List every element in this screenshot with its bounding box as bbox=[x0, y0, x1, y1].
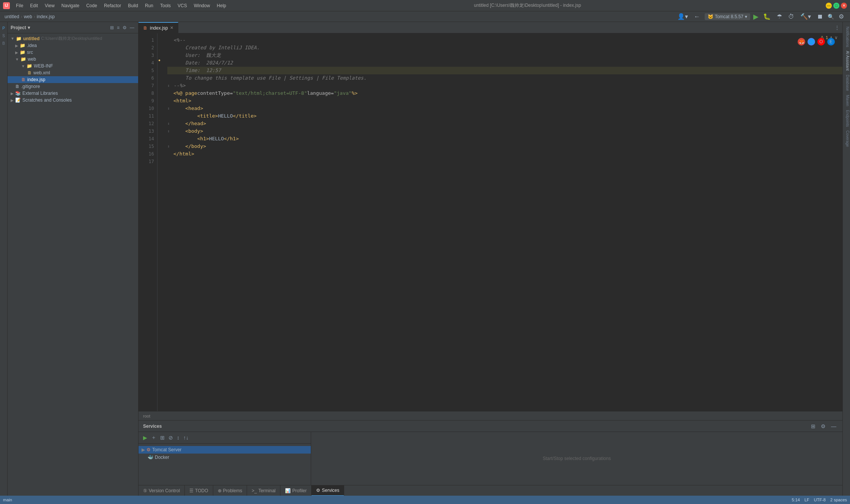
project-icon[interactable]: P bbox=[1, 25, 7, 31]
opera-icon[interactable]: O bbox=[817, 38, 825, 46]
tab-todo[interactable]: ☰ TODO bbox=[185, 485, 213, 496]
idea-arrow: ▶ bbox=[15, 44, 18, 48]
tree-indexjsp[interactable]: 🗎 index.jsp bbox=[8, 76, 138, 83]
menu-build[interactable]: Build bbox=[125, 2, 141, 9]
right-maven[interactable]: Maven bbox=[844, 93, 850, 108]
status-linesep[interactable]: LF bbox=[804, 498, 809, 502]
tree-gitignore[interactable]: 🗎 .gitignore bbox=[8, 83, 138, 90]
project-dropdown-arrow[interactable]: ▾ bbox=[28, 25, 30, 30]
menu-run[interactable]: Run bbox=[142, 2, 156, 9]
line-num-16: 16 bbox=[139, 150, 154, 158]
status-indent[interactable]: 2 spaces bbox=[830, 498, 847, 502]
run-button[interactable]: ▶ bbox=[753, 13, 759, 21]
settings-button[interactable]: ⚙ bbox=[837, 12, 845, 21]
close-button[interactable]: ✕ bbox=[841, 3, 847, 9]
tab-menu-button[interactable]: ⋮ bbox=[835, 25, 839, 30]
services-collapse-button[interactable]: — bbox=[830, 422, 838, 430]
menu-tools[interactable]: Tools bbox=[157, 2, 174, 9]
tab-close-button[interactable]: ✕ bbox=[170, 25, 173, 30]
tab-version-control[interactable]: ⑤ Version Control bbox=[139, 485, 185, 496]
coverage-button[interactable]: ☂ bbox=[775, 12, 784, 21]
right-endpoints[interactable]: Endpoints bbox=[844, 108, 850, 128]
right-notifications[interactable]: Notifications bbox=[844, 25, 850, 49]
bottom-tabs: ⑤ Version Control ☰ TODO ⊕ Problems >_ T… bbox=[139, 485, 842, 496]
status-encoding[interactable]: UTF-8 bbox=[814, 498, 826, 502]
menu-navigate[interactable]: Navigate bbox=[58, 2, 82, 9]
editor-path-label: root bbox=[143, 414, 150, 418]
breadcrumb-web[interactable]: web bbox=[24, 14, 32, 19]
maximize-button[interactable]: □ bbox=[833, 3, 839, 9]
services-settings-button[interactable]: ⚙ bbox=[819, 422, 827, 430]
menu-window[interactable]: Window bbox=[191, 2, 213, 9]
fold-7[interactable]: ↕ bbox=[167, 82, 173, 89]
menu-file[interactable]: File bbox=[13, 2, 26, 9]
services-docker-item[interactable]: 🐳 Docker bbox=[139, 454, 311, 461]
fold-12[interactable]: ↕ bbox=[167, 120, 173, 127]
warning-expand-down[interactable]: ∨ bbox=[834, 35, 838, 40]
chrome-icon[interactable]: 🌐 bbox=[808, 38, 815, 46]
services-sort-button[interactable]: ↕ bbox=[175, 434, 181, 441]
services-group-button[interactable]: ⊞ bbox=[159, 434, 166, 441]
menu-vcs[interactable]: VCS bbox=[175, 2, 190, 9]
menu-view[interactable]: View bbox=[42, 2, 58, 9]
services-add-button[interactable]: ＋ bbox=[150, 433, 158, 442]
right-database[interactable]: Database bbox=[844, 73, 850, 93]
gitignore-name: .gitignore bbox=[21, 84, 40, 89]
tree-expand-button[interactable]: ≡ bbox=[116, 25, 120, 31]
tree-idea[interactable]: ▶ 📁 .idea bbox=[8, 42, 138, 49]
back-button[interactable]: ← bbox=[693, 13, 702, 21]
services-filter-button[interactable]: ⊘ bbox=[167, 434, 175, 441]
tree-external-libs[interactable]: ▶ 📚 External Libraries bbox=[8, 90, 138, 97]
menu-code[interactable]: Code bbox=[83, 2, 100, 9]
menu-refactor[interactable]: Refactor bbox=[101, 2, 124, 9]
fold-15[interactable]: ↕ bbox=[167, 143, 173, 150]
tree-web[interactable]: ▼ 📁 web bbox=[8, 56, 138, 63]
tab-services[interactable]: ⚙ Services bbox=[312, 485, 344, 496]
breadcrumb-file[interactable]: index.jsp bbox=[37, 14, 55, 19]
services-sort2-button[interactable]: ↑↓ bbox=[182, 434, 190, 441]
recent-files-button[interactable]: 👤▾ bbox=[676, 12, 689, 21]
stop-button[interactable]: ⏹ bbox=[815, 13, 825, 21]
tree-src[interactable]: ▶ 📁 src bbox=[8, 49, 138, 56]
code-line-8: <%@ page contentType= "text/html;charset… bbox=[167, 89, 842, 97]
right-ai-assistant[interactable]: AI Assistant bbox=[844, 49, 850, 72]
tree-settings-button[interactable]: ⚙ bbox=[122, 25, 128, 31]
webinf-name: WEB-INF bbox=[34, 63, 53, 69]
structure-icon[interactable]: S bbox=[1, 33, 7, 39]
services-run-button[interactable]: ▶ bbox=[142, 434, 149, 441]
code-line-2: Created by IntelliJ IDEA. bbox=[167, 44, 842, 52]
tree-root[interactable]: ▼ 📁 untitled C:\Users\魏帅龙\Desktop\untitl… bbox=[8, 35, 138, 42]
services-tomcat-item[interactable]: ▶ ⚙ Tomcat Server bbox=[139, 446, 311, 454]
status-branch[interactable]: main bbox=[3, 498, 12, 502]
edge-icon[interactable]: E bbox=[827, 38, 835, 46]
firefox-icon[interactable]: 🦊 bbox=[798, 38, 805, 46]
panel-close-button[interactable]: — bbox=[129, 25, 135, 31]
build-button[interactable]: 🔨▾ bbox=[799, 12, 812, 21]
debug-button[interactable]: 🐛 bbox=[762, 12, 772, 21]
tab-indexjsp[interactable]: 🗎 index.jsp ✕ bbox=[139, 22, 178, 33]
menu-edit[interactable]: Edit bbox=[27, 2, 41, 9]
search-button[interactable]: 🔍 bbox=[828, 14, 834, 20]
run-configuration[interactable]: 🐱 Tomcat 8.5.57 ▾ bbox=[705, 13, 750, 20]
tab-problems[interactable]: ⊕ Problems bbox=[213, 485, 247, 496]
tab-terminal[interactable]: >_ Terminal bbox=[247, 485, 280, 496]
menu-help[interactable]: Help bbox=[214, 2, 229, 9]
code-content[interactable]: <%-- Created by IntelliJ IDEA. User: 魏大龙 bbox=[163, 33, 842, 411]
collapse-all-button[interactable]: ⊞ bbox=[109, 25, 115, 31]
fold-13[interactable]: ↕ bbox=[167, 127, 173, 135]
tree-webxml[interactable]: 🗎 web.xml bbox=[8, 69, 138, 76]
minimize-button[interactable]: — bbox=[826, 3, 832, 9]
code-text-8c: "text/html;charset=UTF-8" bbox=[233, 89, 307, 97]
status-position[interactable]: 5:14 bbox=[792, 498, 800, 502]
breadcrumb-project[interactable]: untitled bbox=[5, 14, 19, 19]
fold-10[interactable]: ↕ bbox=[167, 105, 173, 112]
profiler-icon: 📊 bbox=[285, 488, 291, 493]
bookmarks-icon[interactable]: B bbox=[1, 40, 7, 46]
left-side-icons: P S B bbox=[0, 22, 8, 496]
right-coverage[interactable]: Coverage bbox=[844, 129, 850, 148]
profile-button[interactable]: ⏱ bbox=[787, 13, 796, 21]
services-expand-button[interactable]: ⊞ bbox=[809, 422, 817, 430]
tree-scratches[interactable]: ▶ 📝 Scratches and Consoles bbox=[8, 97, 138, 104]
tab-profiler[interactable]: 📊 Profiler bbox=[280, 485, 312, 496]
tree-webinf[interactable]: ▼ 📁 WEB-INF bbox=[8, 63, 138, 69]
